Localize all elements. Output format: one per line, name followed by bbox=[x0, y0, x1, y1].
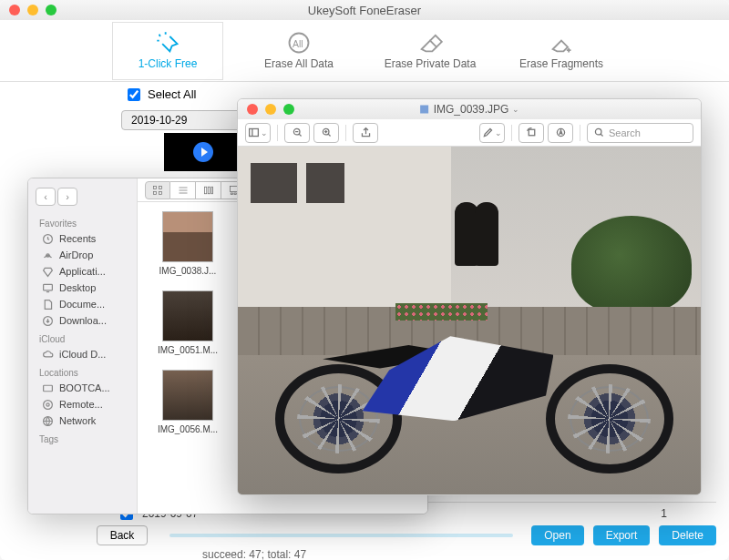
maximize-window-button[interactable] bbox=[46, 5, 56, 15]
sidebar-item-icloud-drive[interactable]: iCloud D... bbox=[28, 346, 137, 362]
open-button[interactable]: Open bbox=[531, 525, 583, 545]
tab-erase-fragments[interactable]: Erase Fragments bbox=[507, 23, 616, 79]
chevron-down-icon: ⌄ bbox=[512, 105, 519, 114]
search-icon bbox=[593, 127, 605, 138]
view-icon-button[interactable] bbox=[145, 181, 170, 199]
sidebar-item-network[interactable]: Network bbox=[28, 412, 137, 429]
rotate-button[interactable] bbox=[519, 123, 544, 143]
svg-point-7 bbox=[43, 400, 52, 409]
tab-erase-private[interactable]: Erase Private Data bbox=[375, 23, 485, 79]
close-window-button[interactable] bbox=[9, 5, 20, 15]
back-button[interactable]: Back bbox=[97, 525, 148, 545]
share-button[interactable] bbox=[353, 123, 378, 143]
svg-rect-12 bbox=[154, 191, 157, 194]
preview-toolbar: ⌄ ⌄ Search bbox=[238, 119, 701, 147]
sidebar-item-recents[interactable]: Recents bbox=[28, 230, 137, 247]
svg-rect-14 bbox=[204, 187, 206, 194]
file-item[interactable]: IMG_0051.M... bbox=[147, 290, 229, 355]
file-name: IMG_0056.M... bbox=[158, 424, 218, 434]
file-thumbnail bbox=[162, 370, 213, 421]
view-mode-segment bbox=[145, 181, 247, 199]
play-icon bbox=[193, 142, 213, 162]
export-button[interactable]: Export bbox=[593, 525, 651, 545]
sidebar-section-icloud: iCloud bbox=[28, 329, 137, 346]
tab-label: Erase Private Data bbox=[385, 57, 477, 70]
sidebar-item-documents[interactable]: Docume... bbox=[28, 296, 137, 312]
file-name: IMG_0038.J... bbox=[159, 266, 217, 276]
svg-rect-24 bbox=[529, 129, 535, 136]
nav-forward-button[interactable]: › bbox=[57, 188, 77, 206]
remote-icon bbox=[41, 398, 54, 411]
sidebar-item-airdrop[interactable]: AirDrop bbox=[28, 247, 137, 263]
svg-point-26 bbox=[595, 128, 601, 135]
nav-back-button[interactable]: ‹ bbox=[36, 188, 56, 206]
titlebar: UkeySoft FoneEraser bbox=[0, 0, 729, 20]
tab-label: 1-Click Free bbox=[139, 57, 198, 70]
preview-close-button[interactable] bbox=[247, 104, 258, 115]
globe-icon bbox=[41, 414, 54, 427]
select-all-checkbox[interactable] bbox=[128, 88, 140, 101]
disk-icon bbox=[41, 382, 54, 394]
file-item[interactable]: IMG_0038.J... bbox=[147, 211, 229, 276]
progress-bar bbox=[169, 534, 513, 537]
sidebar-item-downloads[interactable]: Downloa... bbox=[28, 312, 137, 329]
preview-search[interactable]: Search bbox=[587, 123, 693, 143]
preview-titlebar: IMG_0039.JPG ⌄ bbox=[238, 99, 701, 119]
preview-maximize-button[interactable] bbox=[283, 104, 294, 115]
svg-text:All: All bbox=[293, 37, 303, 48]
tab-erase-all[interactable]: All Erase All Data bbox=[244, 23, 354, 79]
tab-label: Erase Fragments bbox=[519, 57, 603, 70]
tab-label: Erase All Data bbox=[264, 57, 334, 70]
applications-icon bbox=[41, 265, 54, 278]
svg-rect-13 bbox=[159, 191, 162, 194]
sidebar-section-favorites: Favorites bbox=[28, 213, 137, 230]
delete-button[interactable]: Delete bbox=[659, 525, 716, 545]
svg-rect-19 bbox=[234, 193, 236, 195]
preview-image[interactable] bbox=[238, 147, 701, 494]
download-icon bbox=[41, 314, 54, 327]
image-file-icon bbox=[419, 104, 430, 115]
finder-sidebar: ‹ › Favorites Recents AirDrop Applicati.… bbox=[28, 178, 138, 514]
document-icon bbox=[41, 298, 54, 311]
zoom-in-button[interactable] bbox=[313, 123, 339, 143]
highlight-button[interactable]: ⌄ bbox=[479, 123, 505, 143]
svg-rect-20 bbox=[420, 106, 428, 114]
eraser-fragments-icon bbox=[549, 32, 574, 54]
preview-minimize-button[interactable] bbox=[265, 104, 276, 115]
sidebar-item-applications[interactable]: Applicati... bbox=[28, 263, 137, 280]
select-all-label: Select All bbox=[148, 87, 196, 101]
svg-rect-16 bbox=[211, 187, 213, 194]
svg-rect-4 bbox=[43, 284, 52, 290]
cloud-icon bbox=[41, 348, 54, 361]
mode-tabs: 1-Click Free All Erase All Data Erase Pr… bbox=[0, 20, 729, 82]
eraser-icon bbox=[417, 32, 443, 54]
file-name: IMG_0051.M... bbox=[158, 345, 218, 355]
file-item[interactable]: IMG_0056.M... bbox=[147, 370, 229, 434]
clock-icon bbox=[41, 232, 54, 245]
file-thumbnail bbox=[162, 290, 213, 341]
zoom-out-button[interactable] bbox=[284, 123, 310, 143]
sidebar-section-locations: Locations bbox=[28, 362, 137, 380]
svg-rect-6 bbox=[43, 385, 52, 392]
svg-rect-21 bbox=[250, 128, 259, 136]
sidebar-item-remote[interactable]: Remote... bbox=[28, 396, 137, 412]
app-title: UkeySoft FoneEraser bbox=[308, 4, 421, 17]
sidebar-item-bootcamp[interactable]: BOOTCA... bbox=[28, 380, 137, 396]
tab-1-click-free[interactable]: 1-Click Free bbox=[113, 23, 222, 79]
window-controls bbox=[0, 5, 56, 15]
svg-rect-11 bbox=[159, 186, 162, 188]
preview-filename: IMG_0039.JPG ⌄ bbox=[419, 103, 520, 116]
desktop-icon bbox=[41, 281, 54, 294]
svg-rect-15 bbox=[208, 187, 210, 194]
markup-button[interactable] bbox=[548, 123, 573, 143]
sidebar-toggle-button[interactable]: ⌄ bbox=[245, 123, 271, 143]
preview-window: IMG_0039.JPG ⌄ ⌄ ⌄ Search bbox=[237, 98, 702, 495]
sidebar-item-desktop[interactable]: Desktop bbox=[28, 280, 137, 296]
date-row-count: 1 bbox=[661, 507, 667, 520]
view-list-button[interactable] bbox=[170, 181, 196, 199]
file-thumbnail bbox=[162, 211, 213, 262]
view-column-button[interactable] bbox=[196, 181, 221, 199]
minimize-window-button[interactable] bbox=[27, 5, 38, 15]
svg-rect-10 bbox=[154, 186, 157, 188]
video-thumbnail[interactable] bbox=[164, 133, 242, 171]
